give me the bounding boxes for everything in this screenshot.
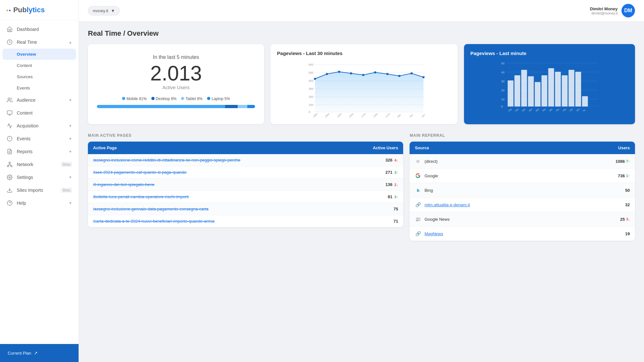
users-cell: 75	[353, 207, 398, 211]
svg-point-11	[11, 165, 12, 167]
sidebar-label-realtime: Real Time	[17, 40, 37, 45]
page-link[interactable]: /isee-2024-pagamento-caf-quanto-si-paga-…	[93, 170, 353, 175]
svg-line-14	[10, 164, 11, 165]
help-icon	[6, 200, 13, 206]
sites-badge: Beta	[61, 188, 72, 193]
active-users-subtitle: In the last 5 minutes	[153, 54, 199, 60]
svg-text:-8m: -8m	[396, 113, 402, 118]
legend-mobile: Mobile 81%	[122, 97, 147, 101]
sidebar-label-acquisition: Acquisition	[17, 123, 39, 128]
acquisition-chevron: ▼	[69, 124, 72, 128]
svg-rect-76	[568, 70, 574, 107]
svg-rect-74	[555, 72, 561, 107]
svg-rect-78	[582, 96, 588, 107]
sidebar-item-network[interactable]: Network Beta	[0, 158, 79, 171]
mobile-segment	[97, 105, 225, 108]
pageviews-30-title: Pageviews - Last 30 minutes	[277, 51, 451, 56]
svg-line-15	[8, 164, 10, 165]
svg-text:-50s: -50s	[521, 108, 526, 111]
sidebar-item-audience[interactable]: Audience ▼	[0, 94, 79, 107]
active-pages-section-title: MAIN ACTIVE PAGES	[88, 133, 403, 138]
source-users: 1086 7↑	[604, 159, 630, 164]
svg-point-16	[9, 177, 11, 178]
page-link[interactable]: /carta-dedicata-a-te-2024-nuovi-benefici…	[93, 219, 353, 224]
legend-tablet: Tablet 6%	[181, 97, 203, 101]
referral-section-title: MAIN REFERRAL	[410, 133, 635, 138]
users-cell: 81 3↑	[353, 194, 398, 199]
user-info: Dimitri Money dimitri@money.it	[590, 6, 618, 15]
user-count: 326	[385, 158, 393, 162]
trend-indicator: 1↑	[626, 174, 630, 178]
table-row: /bollette-luce-penali-cambia-operatore-r…	[88, 191, 403, 203]
sidebar-label-help: Help	[17, 200, 26, 206]
active-pages-header: Active Page Active Users	[88, 142, 403, 154]
svg-rect-68	[514, 75, 520, 107]
pageviews-minute-card: Pageviews - Last minute 50 40 30 20 10 0	[464, 44, 635, 124]
sidebar-item-help[interactable]: Help ▼	[0, 197, 79, 209]
bing-icon: b	[415, 187, 421, 193]
sidebar-label-dashboard: Dashboard	[17, 27, 39, 32]
svg-rect-37	[338, 71, 340, 73]
users-cell: 326 4↓	[353, 158, 398, 162]
svg-rect-44	[423, 76, 425, 78]
page-link[interactable]: /il-inganno-dei-bot-spiegato-bene	[93, 182, 353, 187]
sidebar-item-overview[interactable]: Overview	[3, 49, 76, 60]
user-count: 136	[385, 182, 393, 187]
sidebar-item-sites-imports[interactable]: Sites Imports Beta	[0, 184, 79, 197]
link-icon: 🔗	[415, 201, 421, 208]
sidebar-item-events[interactable]: Events ▼	[0, 132, 79, 145]
trend-indicator: 7↑	[626, 159, 630, 163]
source-users: 19	[604, 231, 630, 236]
svg-rect-40	[374, 71, 376, 73]
sidebar-label-reports: Reports	[17, 149, 33, 154]
settings-chevron: ▼	[69, 175, 72, 179]
sidebar-item-settings[interactable]: Settings ▼	[0, 171, 79, 184]
legend-laptop: Laptop 5%	[207, 97, 230, 101]
svg-text:-30s: -30s	[548, 108, 553, 111]
svg-rect-35	[314, 78, 316, 80]
sidebar-item-reports[interactable]: Reports ▼	[0, 145, 79, 158]
svg-text:-26m: -26m	[324, 112, 330, 118]
svg-rect-73	[548, 68, 554, 107]
svg-text:-23m: -23m	[336, 112, 342, 118]
sidebar-label-network: Network	[17, 162, 33, 167]
svg-rect-71	[535, 82, 540, 107]
sidebar-label-overview: Overview	[17, 52, 36, 57]
trend-indicator: 3↓	[626, 217, 630, 221]
table-row: /assegno-inclusione-gennaio-data-pagamen…	[88, 203, 403, 215]
sidebar-item-sources[interactable]: Sources	[0, 71, 79, 82]
sidebar-label-sources: Sources	[17, 74, 33, 79]
page-link[interactable]: /bollette-luce-penali-cambia-operatore-r…	[93, 194, 353, 199]
trend-indicator: 4↓	[394, 158, 398, 162]
page-link[interactable]: /assegno-inclusione-gennaio-data-pagamen…	[93, 207, 353, 211]
source-users: 736 1↑	[604, 173, 630, 178]
logo: Publytics	[0, 0, 79, 20]
svg-text:600: 600	[309, 63, 314, 66]
source-users: 50	[604, 188, 630, 193]
tables-row: MAIN ACTIVE PAGES Active Page Active Use…	[88, 133, 635, 241]
referral-header: Source Users	[410, 142, 635, 154]
sidebar-item-content[interactable]: Content	[0, 107, 79, 119]
svg-text:-17m: -17m	[360, 112, 366, 118]
source-name[interactable]: MagNews	[424, 231, 601, 236]
tablet-segment	[238, 105, 247, 108]
svg-marker-34	[315, 72, 424, 112]
sidebar-item-content-sub[interactable]: Content	[0, 60, 79, 71]
avatar[interactable]: DM	[621, 4, 635, 17]
device-legend: Mobile 81% Desktop 8% Tablet 6% Laptop 5…	[122, 97, 230, 101]
site-name: money.it	[93, 8, 108, 13]
active-users-number: 2.013	[150, 62, 202, 85]
sidebar-item-events-sub[interactable]: Events	[0, 82, 79, 94]
svg-text:50: 50	[501, 62, 504, 65]
sidebar-item-dashboard[interactable]: Dashboard	[0, 23, 79, 36]
source-name[interactable]: mtm.attualita-e-denaro.it	[424, 202, 601, 207]
table-row: /isee-2024-pagamento-caf-quanto-si-paga-…	[88, 166, 403, 179]
direct-icon: ⊕	[415, 158, 421, 164]
sidebar-item-realtime[interactable]: Real Time ▲	[0, 36, 79, 49]
site-selector[interactable]: money.it ▼	[88, 6, 120, 15]
current-plan-button[interactable]: Current Plan ↗	[5, 349, 40, 357]
sidebar-label-events: Events	[17, 136, 31, 141]
page-link[interactable]: /assegno-inclusione-come-reddito-di-citt…	[93, 158, 353, 162]
svg-text:-60s: -60s	[507, 108, 513, 111]
sidebar-item-acquisition[interactable]: Acquisition ▼	[0, 119, 79, 132]
